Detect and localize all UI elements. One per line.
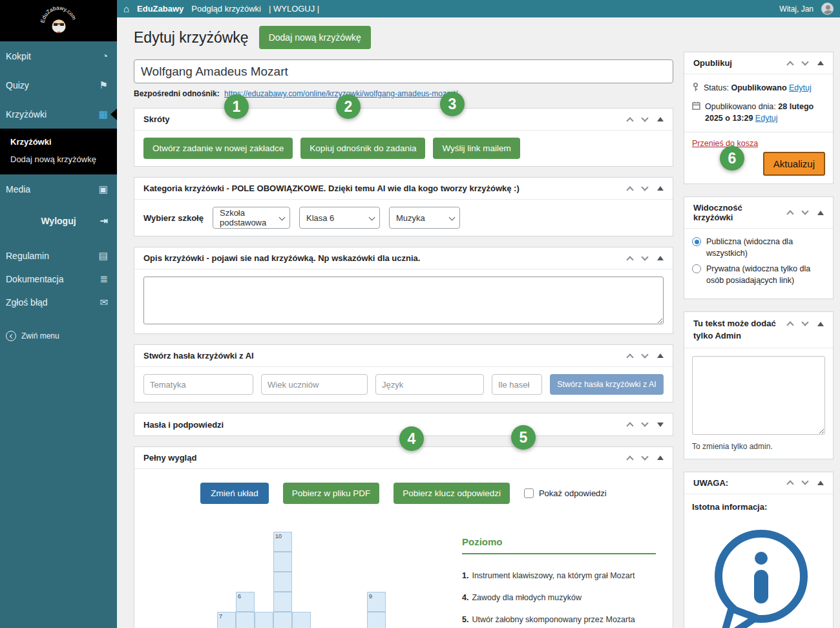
topic-input[interactable] (143, 374, 253, 395)
move-up-icon[interactable] (626, 455, 633, 463)
move-down-icon[interactable] (641, 183, 648, 191)
flag-icon: ⚑ (100, 79, 108, 91)
full-view-panel: Pełny wygląd Zmień układ Pobierz w pliku… (134, 446, 673, 628)
move-down-icon[interactable] (801, 478, 808, 485)
clue-text: Utwór żałobny skomponowany przez Mozarta (472, 615, 635, 624)
move-down-icon[interactable] (641, 419, 648, 426)
move-down-icon[interactable] (801, 208, 808, 215)
sidebar-item-quizy[interactable]: Quizy ⚑ (0, 70, 117, 99)
download-answer-key-button[interactable]: Pobierz klucz odpowiedzi (394, 483, 510, 504)
sidebar-item-media[interactable]: Media ▣ (0, 174, 117, 204)
move-down-icon[interactable] (641, 253, 648, 260)
move-up-icon[interactable] (626, 422, 633, 429)
description-panel-title: Opis krzyżówki - pojawi sie nad krzyżówk… (143, 253, 420, 263)
clue-text: Instrument klawiszowy, na którym grał Mo… (472, 571, 635, 580)
move-down-icon[interactable] (801, 319, 808, 326)
sidebar-item-dokumentacja[interactable]: Dokumentacja ≣ (0, 267, 117, 291)
edit-date-link[interactable]: Edytuj (755, 114, 778, 123)
school-select[interactable]: Szkoła podstawowa (213, 207, 290, 229)
topbar-preview-link[interactable]: Podgląd krzyżówki (191, 4, 261, 14)
move-up-icon[interactable] (786, 322, 793, 329)
sidebar-item-wyloguj[interactable]: Wyloguj ⇥ (0, 206, 117, 235)
ai-panel: Stwórz hasła krzyżówki z AI Stwórz hasła… (134, 344, 673, 403)
generate-ai-words-button[interactable]: Stwórz hasła krzyżówki z AI (550, 374, 664, 395)
toggle-panel-icon[interactable] (657, 117, 664, 121)
sidebar-item-zglos-blad[interactable]: Zgłoś błąd ✉ (0, 291, 117, 314)
collapse-menu-button[interactable]: Zwiń menu (0, 331, 117, 341)
user-avatar[interactable] (821, 3, 834, 15)
edit-status-link[interactable]: Edytuj (789, 83, 812, 92)
toggle-panel-icon[interactable] (817, 211, 824, 215)
language-input[interactable] (375, 374, 484, 395)
move-down-icon[interactable] (641, 114, 648, 121)
docs-icon: ≣ (100, 273, 108, 285)
crossword-cell (255, 612, 273, 628)
home-icon[interactable]: ⌂ (123, 3, 129, 14)
annotation-4: 4 (399, 426, 424, 451)
move-up-icon[interactable] (626, 186, 633, 193)
change-layout-button[interactable]: Zmień układ (200, 483, 269, 504)
sidebar-item-regulamin[interactable]: Regulamin ▤ (0, 244, 117, 267)
move-up-icon[interactable] (786, 61, 793, 68)
move-up-icon[interactable] (626, 353, 633, 361)
crossword-cell (273, 572, 292, 592)
show-answers-label: Pokaż odpowiedzi (539, 488, 607, 498)
page-title: Edytuj krzyżówkę (134, 29, 249, 47)
chevron-down-icon (369, 215, 375, 221)
toggle-panel-icon[interactable] (657, 186, 664, 191)
category-panel: Kategoria krzyżówki - POLE OBOWIĄZKOWE. … (134, 177, 673, 236)
word-count-input[interactable] (492, 374, 542, 395)
chevron-down-icon (279, 215, 286, 221)
open-in-new-tab-button[interactable]: Otwórz zadanie w nowej zakładce (143, 138, 293, 159)
admin-text-textarea[interactable] (692, 356, 825, 435)
subject-select[interactable]: Muzyka (389, 207, 460, 229)
topbar-brand[interactable]: EduZabawy (137, 4, 184, 14)
crossword-title-input[interactable] (134, 59, 673, 83)
toggle-panel-icon[interactable] (817, 322, 824, 326)
show-answers-checkbox[interactable] (524, 488, 534, 498)
description-textarea[interactable] (143, 277, 664, 324)
student-age-input[interactable] (261, 374, 368, 395)
crossword-cell: 9 (367, 592, 386, 612)
toggle-panel-icon[interactable] (657, 455, 664, 460)
topbar-greeting: Witaj, Jan (779, 5, 814, 14)
submenu-item-dodaj-krzyzowke[interactable]: Dodaj nową krzyżówkę (0, 151, 117, 168)
visibility-option-label: Publiczna (widoczna dla wszystkich) (706, 236, 825, 259)
logo-graphic: EduZabawy.com (39, 1, 78, 40)
crossword-cell (273, 552, 292, 572)
notice-panel-title: UWAGA: (693, 478, 728, 488)
radio-unselected-icon[interactable] (692, 264, 701, 273)
sidebar-item-krzyzowki[interactable]: Krzyżówki ▦ (0, 99, 117, 129)
toggle-panel-icon[interactable] (657, 423, 664, 427)
crossword-cell (292, 612, 311, 628)
move-down-icon[interactable] (641, 351, 648, 358)
topbar-logout-link[interactable]: | WYLOGUJ | (269, 4, 319, 14)
clue-item: 4.Zawody dla młodych muzyków (462, 593, 656, 602)
download-pdf-button[interactable]: Pobierz w pliku PDF (283, 483, 380, 504)
crossword-preview: 106973 Poziomo 1.Instrument klawiszowy, … (143, 517, 664, 628)
add-crossword-button[interactable]: Dodaj nową krzyżówkę (259, 26, 371, 49)
toggle-panel-icon[interactable] (817, 61, 824, 65)
move-up-icon[interactable] (626, 117, 633, 124)
sidebar-item-kokpit[interactable]: Kokpit ◔ (0, 41, 117, 70)
toggle-panel-icon[interactable] (657, 353, 664, 358)
rules-icon: ▤ (99, 250, 108, 262)
visibility-option-private[interactable]: Prywatna (widoczna tylko dla osób posiad… (692, 264, 825, 286)
permalink-label: Bezpośredni odnośnik: (134, 89, 220, 98)
move-up-icon[interactable] (626, 256, 633, 263)
copy-link-button[interactable]: Kopiuj odnośnik do zadania (300, 138, 425, 159)
toggle-panel-icon[interactable] (657, 256, 664, 260)
send-link-email-button[interactable]: Wyślij link mailem (433, 138, 520, 159)
eduzabawy-logo[interactable]: EduZabawy.com (0, 0, 117, 41)
move-down-icon[interactable] (801, 58, 808, 65)
move-to-trash-link[interactable]: Przenieś do kosza (692, 139, 758, 148)
toggle-panel-icon[interactable] (817, 481, 824, 485)
move-up-icon[interactable] (786, 211, 793, 218)
radio-selected-icon[interactable] (692, 237, 701, 246)
update-button[interactable]: Aktualizuj (763, 152, 825, 176)
submenu-item-krzyzowki[interactable]: Krzyżówki (0, 133, 117, 151)
move-up-icon[interactable] (786, 481, 793, 488)
move-down-icon[interactable] (641, 453, 648, 460)
class-select[interactable]: Klasa 6 (299, 207, 380, 229)
visibility-option-public[interactable]: Publiczna (widoczna dla wszystkich) (692, 236, 825, 259)
